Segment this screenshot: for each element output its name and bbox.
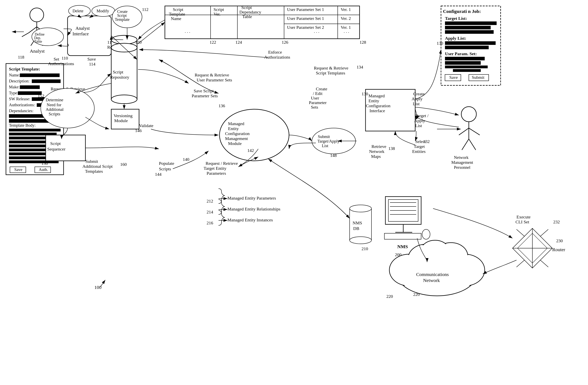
- svg-text:Script: Script: [113, 69, 123, 75]
- svg-text:134: 134: [357, 64, 363, 69]
- svg-rect-119: [453, 69, 481, 72]
- svg-text:Network: Network: [454, 155, 469, 160]
- svg-text:132: 132: [423, 139, 430, 144]
- svg-point-194: [461, 107, 476, 122]
- svg-text:140: 140: [183, 157, 189, 162]
- svg-text:Communications: Communications: [416, 272, 449, 277]
- svg-text:Request & Retrieve: Request & Retrieve: [314, 65, 348, 70]
- diagram-container: Script Template: Name: Description: Make…: [0, 0, 588, 385]
- svg-rect-6: [32, 80, 61, 83]
- svg-text:Dependancies:: Dependancies:: [9, 108, 34, 113]
- svg-text:Script Template:: Script Template:: [9, 66, 40, 71]
- svg-rect-8: [20, 85, 40, 89]
- svg-text:Configurati n Job:: Configurati n Job:: [443, 9, 481, 14]
- svg-text:130: 130: [437, 41, 443, 46]
- svg-rect-116: [445, 57, 485, 60]
- svg-text:Analyst: Analyst: [76, 26, 90, 31]
- svg-point-219: [350, 237, 372, 244]
- svg-text:Enforce: Enforce: [268, 50, 282, 55]
- svg-text:Managed Entity Instances: Managed Entity Instances: [228, 217, 273, 223]
- svg-text:. . .: . . .: [185, 29, 190, 34]
- svg-text:Name: Name: [171, 16, 181, 21]
- svg-rect-213: [384, 233, 421, 239]
- svg-text:Template: Template: [115, 17, 129, 22]
- svg-text:114: 114: [89, 61, 95, 66]
- svg-text:Repository: Repository: [110, 75, 129, 80]
- svg-text:Dep.: Dep.: [34, 36, 41, 40]
- svg-rect-111: [445, 30, 494, 34]
- svg-text:Parameter Sets: Parameter Sets: [192, 93, 218, 98]
- svg-text:Interface: Interface: [370, 108, 385, 113]
- svg-text:Configuration: Configuration: [225, 131, 250, 136]
- svg-text:SW Release:: SW Release:: [9, 97, 30, 101]
- svg-point-218: [350, 205, 372, 212]
- svg-text:220: 220: [413, 292, 420, 297]
- svg-text:Retrieve: Retrieve: [372, 144, 386, 149]
- svg-rect-117: [445, 61, 481, 65]
- svg-text:Entities: Entities: [412, 149, 425, 154]
- svg-text:136: 136: [218, 103, 225, 108]
- svg-text:Template Body:: Template Body:: [9, 123, 36, 128]
- svg-text:142: 142: [247, 148, 254, 153]
- svg-text:Authorizations: Authorizations: [264, 55, 290, 60]
- svg-text:Ver. 2: Ver. 2: [341, 16, 351, 21]
- svg-text:Entity: Entity: [369, 98, 379, 103]
- svg-text:146: 146: [135, 128, 142, 133]
- svg-text:Save: Save: [449, 75, 458, 80]
- svg-text:Managed: Managed: [369, 93, 385, 98]
- svg-text:Create: Create: [117, 9, 127, 14]
- svg-text:NMS: NMS: [353, 220, 362, 225]
- svg-text:Network: Network: [423, 278, 440, 283]
- svg-text:Managed: Managed: [228, 121, 244, 126]
- svg-text:Templates: Templates: [85, 169, 103, 174]
- svg-text:Create: Create: [316, 86, 327, 91]
- svg-text:Script: Script: [50, 141, 61, 146]
- svg-text:Configuration: Configuration: [366, 103, 390, 108]
- svg-text:User: User: [311, 96, 319, 101]
- svg-text:112: 112: [142, 7, 148, 12]
- svg-text:Additional Script: Additional Script: [83, 164, 113, 169]
- svg-text:Make:: Make:: [9, 85, 20, 89]
- svg-text:/ Edit: / Edit: [313, 91, 322, 96]
- svg-text:List: List: [322, 143, 328, 148]
- svg-text:Request / Retrieve: Request / Retrieve: [206, 161, 238, 166]
- svg-text:. . .: . . .: [344, 29, 349, 34]
- svg-text:Script: Script: [213, 7, 224, 12]
- svg-text:User Parameter Sets: User Parameter Sets: [197, 78, 232, 82]
- svg-text:Modify: Modify: [97, 9, 109, 13]
- svg-text:Script: Script: [241, 5, 252, 10]
- svg-text:NMS: NMS: [397, 244, 408, 249]
- svg-text:Interface: Interface: [72, 31, 89, 36]
- svg-text:Set: Set: [54, 57, 59, 61]
- svg-text:Target List:: Target List:: [445, 16, 467, 21]
- svg-text:Personnel: Personnel: [454, 165, 470, 170]
- svg-text:Submit: Submit: [85, 159, 98, 164]
- svg-text:Management: Management: [225, 136, 248, 141]
- svg-text:Parameters: Parameters: [207, 171, 226, 176]
- svg-text:Versioning: Versioning: [114, 113, 132, 118]
- svg-rect-110: [445, 26, 491, 29]
- svg-text:Ver.: Ver.: [213, 12, 220, 17]
- svg-point-214: [422, 229, 430, 239]
- svg-text:Request & Retrieve: Request & Retrieve: [195, 72, 229, 78]
- svg-text:Network: Network: [369, 149, 384, 154]
- svg-text:Description:: Description:: [9, 79, 30, 83]
- svg-text:Module: Module: [228, 141, 242, 146]
- svg-text:Managed Entity Parameters: Managed Entity Parameters: [228, 196, 276, 201]
- svg-rect-75: [165, 6, 359, 39]
- svg-text:Apply List:: Apply List:: [445, 36, 466, 41]
- svg-rect-17: [9, 119, 49, 123]
- svg-text:126: 126: [282, 40, 288, 45]
- svg-text:Script Templates: Script Templates: [316, 70, 345, 76]
- svg-text:Table: Table: [34, 40, 42, 43]
- svg-text:DB: DB: [353, 226, 359, 231]
- svg-text:Maps: Maps: [371, 154, 381, 159]
- svg-text:Save: Save: [14, 167, 22, 172]
- svg-text:210: 210: [361, 246, 368, 251]
- svg-text:Scripts: Scripts: [49, 112, 60, 116]
- svg-text:130: 130: [361, 91, 368, 96]
- svg-rect-114: [445, 46, 489, 49]
- svg-text:Submit: Submit: [472, 75, 484, 80]
- svg-text:Sequencer: Sequencer: [47, 146, 65, 151]
- svg-text:152: 152: [38, 93, 44, 98]
